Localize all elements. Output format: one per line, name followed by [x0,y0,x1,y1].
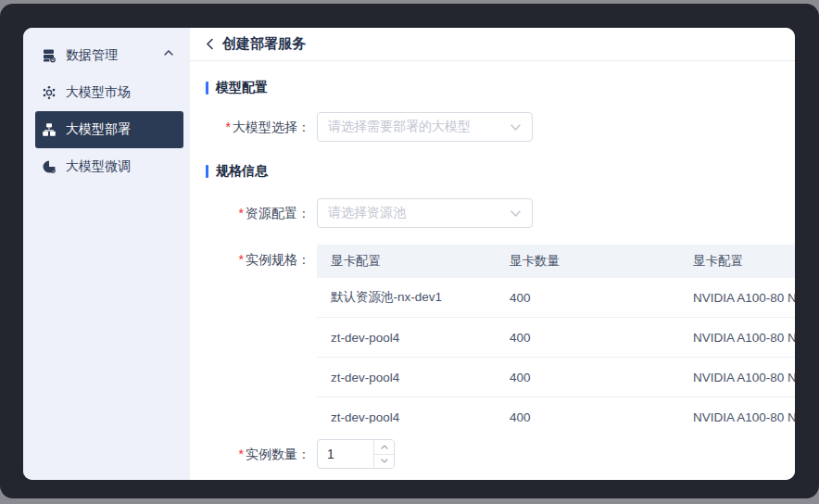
pool-cell: 默认资源池-nx-dev1 [317,289,496,306]
table-row[interactable]: zt-dev-pool4 400 NVIDIA A100-80 NVL [317,358,795,397]
table-row[interactable]: zt-dev-pool4 400 NVIDIA A100-80 NVL [317,397,795,423]
pool-cell: zt-dev-pool4 [317,371,496,384]
resource-pool-placeholder: 请选择资源池 [328,205,406,221]
instance-spec-row: *实例规格： 显卡配置 显卡数量 显卡配置 默认资源池-nx-dev1 400 … [206,245,795,423]
stepper-controls [373,440,394,468]
gpu-count-cell: 400 [496,371,679,384]
column-header: 显卡数量 [496,253,679,270]
model-market-icon [42,85,57,100]
model-deploy-icon [42,122,57,137]
model-finetune-icon [42,159,57,174]
section-title-text: 模型配置 [216,80,268,96]
sidebar-item-label: 大模型微调 [66,158,131,175]
main-panel: 创建部署服务 模型配置 *大模型选择： 请选择需要部署的大模型 [190,28,795,480]
gpu-model-cell: NVIDIA A100-80 NVL [679,371,795,384]
table-row[interactable]: zt-dev-pool4 400 NVIDIA A100-80 NVL [317,318,795,358]
sidebar-item-label: 数据管理 [66,47,118,64]
app-window: 数据管理 大模型市场 大模型部署 [23,28,795,480]
section-spec-info: 规格信息 [206,164,795,179]
sidebar-item-label: 大模型市场 [66,84,131,101]
instance-count-stepper [317,439,395,469]
required-asterisk: * [239,252,244,267]
required-asterisk: * [239,206,244,220]
column-header: 显卡配置 [679,253,795,270]
pool-cell: zt-dev-pool4 [317,410,496,424]
table-header-row: 显卡配置 显卡数量 显卡配置 [317,245,795,278]
increment-button[interactable] [374,440,394,455]
model-select-placeholder: 请选择需要部署的大模型 [328,119,471,135]
gpu-count-cell: 400 [496,410,679,424]
chevron-down-icon [381,459,388,463]
sidebar-item-model-finetune[interactable]: 大模型微调 [35,148,183,185]
chevron-left-icon[interactable] [206,38,214,50]
instance-count-input[interactable] [318,440,373,468]
resource-pool-row: *资源配置： 请选择资源池 [206,198,795,228]
gpu-model-cell: NVIDIA A100-80 NVL [679,331,795,345]
pool-cell: zt-dev-pool4 [317,331,496,345]
sidebar-item-model-deploy[interactable]: 大模型部署 [35,111,183,148]
sidebar-item-model-market[interactable]: 大模型市场 [35,74,183,111]
gpu-count-cell: 400 [496,331,679,345]
page-title: 创建部署服务 [222,35,306,53]
section-accent-bar [206,165,208,178]
gpu-model-cell: NVIDIA A100-80 NVL [679,410,795,424]
instance-count-label: *实例数量： [206,439,310,469]
gpu-model-cell: NVIDIA A100-80 NVL [679,291,795,305]
required-asterisk: * [239,447,244,461]
model-select-label: *大模型选择： [206,112,310,142]
decrement-button[interactable] [374,455,394,469]
instance-spec-label: *实例规格： [206,245,310,274]
resource-pool-label: *资源配置： [206,198,310,228]
section-accent-bar [206,82,208,94]
form-content: 模型配置 *大模型选择： 请选择需要部署的大模型 规格信息 [190,61,795,480]
resource-pool-dropdown[interactable]: 请选择资源池 [317,198,533,228]
model-select-row: *大模型选择： 请选择需要部署的大模型 [206,112,795,142]
table-row[interactable]: 默认资源池-nx-dev1 400 NVIDIA A100-80 NVL [317,278,795,318]
sidebar-item-label: 大模型部署 [66,121,131,138]
model-select-dropdown[interactable]: 请选择需要部署的大模型 [317,112,533,142]
chevron-up-icon [164,50,173,56]
column-header: 显卡配置 [317,253,496,270]
section-title-text: 规格信息 [216,163,268,180]
page-header: 创建部署服务 [190,28,795,61]
sidebar-item-data-management[interactable]: 数据管理 [35,37,183,74]
sidebar: 数据管理 大模型市场 大模型部署 [23,28,190,480]
chevron-down-icon [510,124,521,131]
chevron-up-icon [381,445,388,449]
instance-spec-table: 显卡配置 显卡数量 显卡配置 默认资源池-nx-dev1 400 NVIDIA … [317,245,795,423]
instance-count-row: *实例数量： [206,439,795,469]
section-model-config: 模型配置 [206,81,795,95]
gpu-count-cell: 400 [496,291,679,305]
chevron-down-icon [510,210,521,217]
database-icon [42,48,57,63]
required-asterisk: * [226,120,231,134]
